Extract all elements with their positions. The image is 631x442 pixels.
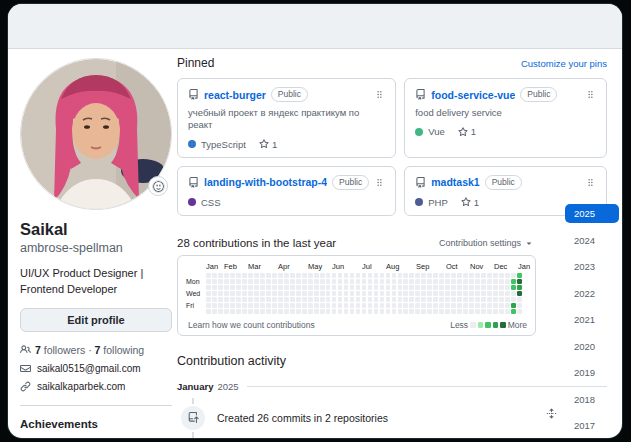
contribution-cell[interactable] <box>386 309 391 314</box>
contribution-cell[interactable] <box>266 285 271 290</box>
contribution-cell[interactable] <box>338 309 343 314</box>
contribution-cell[interactable] <box>308 309 313 314</box>
contribution-cell[interactable] <box>218 285 223 290</box>
contribution-cell[interactable] <box>457 291 462 296</box>
contribution-cell[interactable] <box>511 285 516 290</box>
contribution-cell[interactable] <box>218 309 223 314</box>
contribution-cell[interactable] <box>505 291 510 296</box>
contribution-cell[interactable] <box>403 291 408 296</box>
contribution-cell[interactable] <box>278 297 283 302</box>
contribution-cell[interactable] <box>421 273 426 278</box>
contribution-cell[interactable] <box>248 279 253 284</box>
year-button-2024[interactable]: 2024 <box>565 231 619 250</box>
contribution-cell[interactable] <box>356 309 361 314</box>
contribution-cell[interactable] <box>427 297 432 302</box>
contribution-cell[interactable] <box>415 309 420 314</box>
contribution-cell[interactable] <box>421 285 426 290</box>
repo-link[interactable]: food-service-vue <box>431 89 515 101</box>
contribution-cell[interactable] <box>218 297 223 302</box>
contribution-cell[interactable] <box>368 309 373 314</box>
contribution-cell[interactable] <box>380 285 385 290</box>
contribution-cell[interactable] <box>445 309 450 314</box>
contribution-cell[interactable] <box>380 309 385 314</box>
drag-grabber-icon[interactable] <box>585 89 596 100</box>
contribution-cell[interactable] <box>254 273 259 278</box>
contribution-cell[interactable] <box>338 285 343 290</box>
contribution-cell[interactable] <box>230 303 235 308</box>
contribution-cell[interactable] <box>392 291 397 296</box>
contribution-cell[interactable] <box>487 303 492 308</box>
contribution-cell[interactable] <box>409 291 414 296</box>
contribution-cell[interactable] <box>206 285 211 290</box>
contribution-cell[interactable] <box>481 309 486 314</box>
year-button-2018[interactable]: 2018 <box>565 390 619 409</box>
contribution-cell[interactable] <box>380 279 385 284</box>
contribution-cell[interactable] <box>314 309 319 314</box>
contribution-cell[interactable] <box>332 303 337 308</box>
contribution-cell[interactable] <box>469 273 474 278</box>
year-button-2025[interactable]: 2025 <box>565 204 619 223</box>
contribution-cell[interactable] <box>326 309 331 314</box>
contribution-cell[interactable] <box>332 291 337 296</box>
contribution-cell[interactable] <box>338 273 343 278</box>
contribution-cell[interactable] <box>218 279 223 284</box>
contribution-cell[interactable] <box>392 303 397 308</box>
contribution-cell[interactable] <box>398 273 403 278</box>
contribution-cell[interactable] <box>290 303 295 308</box>
contribution-cell[interactable] <box>254 279 259 284</box>
year-button-2021[interactable]: 2021 <box>565 310 619 329</box>
contribution-cell[interactable] <box>338 297 343 302</box>
contribution-cell[interactable] <box>290 285 295 290</box>
contribution-cell[interactable] <box>344 303 349 308</box>
contribution-cell[interactable] <box>433 273 438 278</box>
contribution-cell[interactable] <box>517 309 522 314</box>
contribution-cell[interactable] <box>403 279 408 284</box>
contribution-cell[interactable] <box>517 291 522 296</box>
contribution-cell[interactable] <box>338 279 343 284</box>
contribution-cell[interactable] <box>445 297 450 302</box>
year-button-2020[interactable]: 2020 <box>565 337 619 356</box>
contribution-cell[interactable] <box>230 309 235 314</box>
contribution-cell[interactable] <box>415 291 420 296</box>
contribution-cell[interactable] <box>314 279 319 284</box>
contribution-cell[interactable] <box>206 291 211 296</box>
contribution-cell[interactable] <box>332 309 337 314</box>
contribution-cell[interactable] <box>284 297 289 302</box>
contribution-cell[interactable] <box>224 291 229 296</box>
contribution-cell[interactable] <box>374 297 379 302</box>
contribution-cell[interactable] <box>475 303 480 308</box>
contribution-cell[interactable] <box>362 291 367 296</box>
contribution-cell[interactable] <box>332 273 337 278</box>
contribution-cell[interactable] <box>475 279 480 284</box>
contribution-cell[interactable] <box>284 279 289 284</box>
contribution-cell[interactable] <box>362 273 367 278</box>
contribution-cell[interactable] <box>380 273 385 278</box>
contribution-cell[interactable] <box>433 279 438 284</box>
contribution-cell[interactable] <box>481 285 486 290</box>
contribution-cell[interactable] <box>386 291 391 296</box>
contribution-cell[interactable] <box>451 285 456 290</box>
contribution-cell[interactable] <box>284 291 289 296</box>
contribution-cell[interactable] <box>302 291 307 296</box>
contribution-cell[interactable] <box>326 273 331 278</box>
contribution-cell[interactable] <box>439 279 444 284</box>
contribution-cell[interactable] <box>386 285 391 290</box>
contribution-cell[interactable] <box>451 279 456 284</box>
contribution-cell[interactable] <box>320 279 325 284</box>
contribution-cell[interactable] <box>493 285 498 290</box>
set-status-button[interactable] <box>148 176 168 196</box>
contribution-cell[interactable] <box>481 279 486 284</box>
followers-line[interactable]: 7 followers · 7 following <box>20 344 172 356</box>
contribution-cell[interactable] <box>427 273 432 278</box>
contribution-cell[interactable] <box>493 297 498 302</box>
contribution-cell[interactable] <box>278 279 283 284</box>
contribution-cell[interactable] <box>439 303 444 308</box>
drag-grabber-icon[interactable] <box>374 177 385 188</box>
contribution-cell[interactable] <box>427 285 432 290</box>
contribution-cell[interactable] <box>445 303 450 308</box>
contribution-cell[interactable] <box>445 285 450 290</box>
contribution-cell[interactable] <box>433 303 438 308</box>
contribution-cell[interactable] <box>296 285 301 290</box>
contribution-cell[interactable] <box>254 291 259 296</box>
contribution-cell[interactable] <box>493 291 498 296</box>
